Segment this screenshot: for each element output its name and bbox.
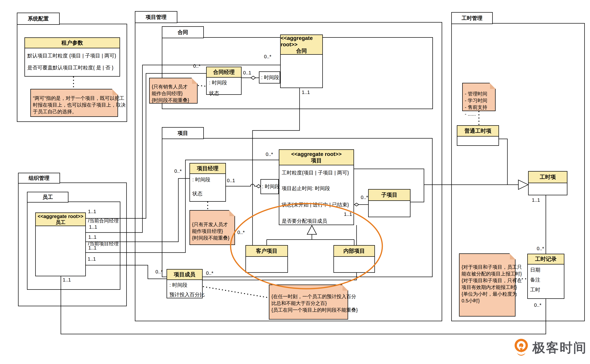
- package-title: 系统配置: [28, 15, 49, 22]
- package-tab-project: 项目: [162, 127, 204, 139]
- package-title: 项目: [178, 130, 188, 137]
- note-line: 能在被分配的项目上报工时}: [462, 270, 513, 277]
- class-attribute: 是否要分配项目成员: [282, 218, 351, 225]
- class-project-member: 项目成员 : 时间段 预计投入百分比: [167, 269, 203, 298]
- class-header: <<aggregate root>> 员工: [36, 213, 85, 226]
- class-attribute: 日期: [530, 266, 562, 273]
- multiplicity-label: 0..*: [174, 168, 182, 174]
- class-title: 工时项: [540, 174, 556, 180]
- note-member-percentage-rule: {在任一时刻，一个员工的预计投入百分 比总和不能大于百分之百} {员工在同一个项…: [269, 285, 348, 319]
- note-line: 能作合同经理}: [152, 90, 195, 97]
- package-tab-system-config: 系统配置: [17, 13, 60, 25]
- class-header: <<aggregate root>> 合同: [281, 35, 322, 55]
- note-line: {只有开发人员才: [192, 221, 233, 228]
- class-header: 子项目: [369, 189, 410, 201]
- multiplicity-label: 0..*: [264, 54, 271, 59]
- multiplicity-label: 1..1: [88, 245, 96, 251]
- role-label-current-contract-manager: /当前合同经理: [88, 218, 119, 224]
- note-line: 时报在项目上，也可以报在子项目上，取决: [33, 102, 115, 108]
- class-contract-manager: 合同经理 : 时间段 状态: [206, 67, 241, 95]
- class-subproject: 子项目: [368, 189, 410, 217]
- class-title: 内部项目: [343, 248, 365, 254]
- package-title: 员工: [42, 194, 53, 201]
- association-class-timespan-contract: : 时间段: [259, 72, 280, 84]
- class-attribute: 状态: [209, 90, 239, 97]
- class-title: 工时记录: [535, 256, 557, 262]
- class-header: 工时记录: [528, 254, 564, 265]
- ddd-domain-diagram: 系统配置 项目管理 工时管理 组织管理 合同 项目 员工: [0, 0, 590, 364]
- class-time-record: 工时记录 日期 备注 工时: [527, 254, 564, 299]
- geektime-logo-icon: [512, 338, 530, 358]
- multiplicity-label: 0..1: [227, 178, 235, 183]
- note-liangke-explain: "两可"指的是，对于一个项目，既可以把工 时报在项目上，也可以报在子项目上，取决…: [30, 89, 118, 117]
- note-normal-item-examples: - 管理时间 - 学习时间 - 售前支持 - ......: [462, 83, 496, 111]
- note-fold: [112, 89, 118, 95]
- note-line: - 售前支持: [465, 104, 493, 110]
- note-fold: [229, 210, 235, 216]
- package-title: 合同: [178, 29, 188, 36]
- note-line: {只有销售人员才: [152, 83, 195, 90]
- note-line: 项目有效期内才能报工时}: [462, 284, 513, 291]
- multiplicity-label: 1..1: [89, 224, 97, 230]
- note-line: 比总和不能大于百分之百}: [271, 300, 346, 307]
- package-tab-project-mgmt: 项目管理: [135, 11, 177, 23]
- package-tab-time-mgmt: 工时管理: [451, 12, 493, 24]
- class-header: 内部项目: [334, 246, 374, 257]
- note-project-manager-rule: {只有开发人员才 能作项目经理} {时间段不能重叠}: [189, 210, 235, 245]
- multiplicity-label: 0..*: [206, 270, 213, 276]
- multiplicity-label: 1..1: [302, 90, 310, 95]
- class-title: 合同经理: [213, 69, 235, 75]
- note-fold: [192, 78, 198, 84]
- multiplicity-label: 0..*: [266, 151, 273, 157]
- note-line: - 学习时间: [465, 97, 493, 104]
- geektime-logo: 极客时间: [512, 338, 587, 358]
- class-attribute: 工时粒度{项目 | 子项目 | 两可}: [282, 169, 351, 176]
- note-fold: [510, 254, 516, 260]
- class-internal-project: 内部项目: [333, 245, 375, 273]
- note-line: {对于项目和子项目，员工只: [462, 264, 513, 270]
- package-title: 工时管理: [462, 15, 483, 22]
- note-line: {单位为小时，最小粒度为: [462, 291, 513, 297]
- multiplicity-label: 0..1: [243, 70, 251, 76]
- class-attribute: 状态: [192, 190, 223, 197]
- geektime-logo-text: 极客时间: [532, 339, 587, 357]
- class-employee-root: <<aggregate root>> 员工: [35, 213, 86, 276]
- class-stereotype: <<aggregate root>>: [38, 214, 83, 219]
- class-title: 普通工时项: [464, 128, 491, 134]
- note-line: {在任一时刻，一个员工的预计投入百分: [271, 293, 346, 300]
- class-header: 工时项: [529, 172, 567, 183]
- class-header: <<aggregate root>> 项目: [279, 150, 354, 165]
- class-project-root: <<aggregate root>> 项目 工时粒度{项目 | 子项目 | 两可…: [279, 149, 354, 225]
- note-line: {对于项目和子项目，只有在: [462, 277, 513, 284]
- note-contract-manager-rule: {只有销售人员才 能作合同经理} {时间段不能重叠}: [149, 78, 198, 104]
- class-attribute: : 时间段: [169, 282, 200, 289]
- note-line: {员工在同一个项目上的时间段不能重叠}: [271, 307, 346, 313]
- multiplicity-label: 1..1: [63, 277, 71, 283]
- association-class-timespan-project: : 时间段: [261, 179, 279, 194]
- multiplicity-label: 0..*: [534, 302, 542, 308]
- package-title: 组织管理: [29, 175, 50, 182]
- class-header: 合同经理: [207, 67, 241, 78]
- class-title: 项目: [311, 157, 322, 164]
- class-title: 租户参数: [61, 40, 83, 46]
- class-title: 项目经理: [197, 165, 218, 172]
- multiplicity-label: 1..1: [88, 234, 96, 240]
- class-header: 普通工时项: [457, 126, 498, 136]
- multiplicity-label: 1..1: [344, 211, 352, 217]
- multiplicity-label: 0..*: [537, 246, 544, 251]
- class-normal-time-item: 普通工时项: [457, 125, 499, 146]
- class-title: 客户项目: [256, 248, 277, 254]
- class-attribute: 预计投入百分比: [169, 291, 200, 298]
- multiplicity-label: 0..*: [237, 230, 245, 235]
- class-header: 客户项目: [246, 246, 288, 257]
- multiplicity-label: 1..1: [88, 256, 96, 262]
- package-tab-employee: 员工: [27, 192, 68, 202]
- class-attribute: : 时间段: [209, 79, 239, 86]
- class-time-item: 工时项: [528, 171, 567, 195]
- multiplicity-label: 1..1: [532, 197, 540, 203]
- class-attribute: : 时间段: [192, 176, 223, 183]
- note-line: {时间段不能重叠}: [192, 234, 233, 241]
- note-line: "两可"指的是，对于一个项目，既可以把工: [33, 95, 115, 102]
- package-tab-contract: 合同: [162, 26, 204, 38]
- class-title: : 时间段: [261, 74, 279, 81]
